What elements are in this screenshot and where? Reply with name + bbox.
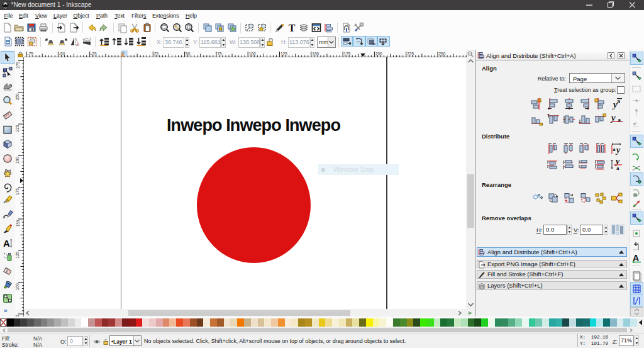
svg-text:175: 175 xyxy=(344,52,351,56)
svg-text:a: a xyxy=(618,116,621,123)
svg-text:-25: -25 xyxy=(91,52,97,56)
svg-text:275: 275 xyxy=(16,62,20,69)
svg-text:225: 225 xyxy=(16,125,20,132)
svg-text:-75: -75 xyxy=(28,52,34,56)
svg-text:175: 175 xyxy=(16,188,20,195)
svg-text:25: 25 xyxy=(154,52,159,56)
svg-text:250: 250 xyxy=(439,52,446,56)
svg-text:200: 200 xyxy=(375,52,382,56)
svg-text:y: y xyxy=(615,145,621,155)
svg-text:250: 250 xyxy=(16,93,20,100)
svg-text:50: 50 xyxy=(186,52,191,56)
svg-text:a: a xyxy=(613,146,616,152)
svg-text:125: 125 xyxy=(16,251,20,258)
svg-text:225: 225 xyxy=(407,52,414,56)
svg-text:a: a xyxy=(616,165,619,171)
svg-text:75: 75 xyxy=(217,52,222,56)
svg-text:100: 100 xyxy=(249,52,256,56)
svg-text:150: 150 xyxy=(16,220,20,227)
svg-text:100: 100 xyxy=(16,283,20,290)
svg-text:A: A xyxy=(3,238,10,249)
svg-text:-50: -50 xyxy=(59,52,65,56)
svg-text:125: 125 xyxy=(280,52,287,56)
svg-text:150: 150 xyxy=(312,52,319,56)
svg-text:200: 200 xyxy=(16,157,20,164)
svg-text:T: T xyxy=(289,23,296,33)
